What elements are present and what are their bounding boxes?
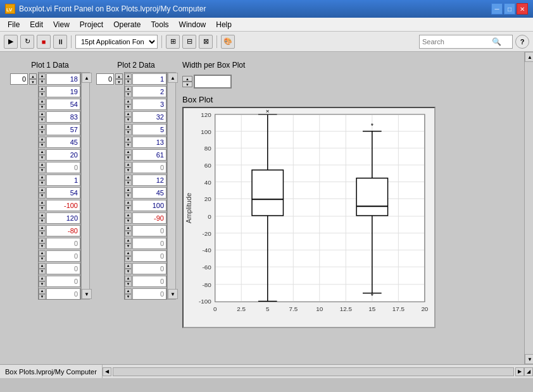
row-spin-up[interactable]: ▲ bbox=[39, 288, 46, 294]
row-spin-down[interactable]: ▼ bbox=[125, 155, 132, 161]
row-value[interactable]: 3 bbox=[132, 99, 166, 110]
menu-tools[interactable]: Tools bbox=[146, 19, 174, 30]
row-value[interactable]: 0 bbox=[46, 263, 80, 274]
row-spin-up[interactable]: ▲ bbox=[39, 200, 46, 205]
menu-window[interactable]: Window bbox=[174, 19, 211, 30]
row-spin-up[interactable]: ▲ bbox=[39, 263, 46, 269]
row-value[interactable]: 2 bbox=[132, 86, 166, 97]
row-value[interactable]: 83 bbox=[46, 111, 80, 123]
run-continuously-button[interactable]: ↻ bbox=[20, 35, 34, 49]
plot1-scroll-up[interactable]: ▲ bbox=[82, 73, 92, 83]
row-spin-down[interactable]: ▼ bbox=[125, 142, 132, 148]
main-scrollbar[interactable]: ▲ ▼ bbox=[524, 52, 533, 364]
help-button[interactable]: ? bbox=[515, 35, 529, 49]
row-value[interactable]: 0 bbox=[132, 276, 166, 287]
status-scroll-left[interactable]: ◀ bbox=[103, 367, 111, 376]
row-spin-down[interactable]: ▼ bbox=[125, 218, 132, 224]
row-spin-up[interactable]: ▲ bbox=[39, 187, 46, 193]
row-spin-down[interactable]: ▼ bbox=[39, 243, 46, 249]
menu-file[interactable]: File bbox=[3, 19, 25, 30]
row-value[interactable]: 1 bbox=[46, 175, 80, 186]
row-value[interactable]: 13 bbox=[132, 137, 166, 148]
plot2-spin-up[interactable]: ▲ bbox=[115, 73, 123, 79]
align-button[interactable]: ⊞ bbox=[166, 35, 180, 49]
row-spin-down[interactable]: ▼ bbox=[125, 168, 132, 173]
row-spin-up[interactable]: ▲ bbox=[39, 162, 46, 168]
width-spin-down[interactable]: ▼ bbox=[182, 82, 192, 87]
run-arrow-button[interactable]: ▶ bbox=[4, 35, 18, 49]
plot1-spin-down[interactable]: ▼ bbox=[29, 79, 37, 85]
row-spin-down[interactable]: ▼ bbox=[125, 243, 132, 249]
row-spin-down[interactable]: ▼ bbox=[39, 142, 46, 148]
row-spin-up[interactable]: ▲ bbox=[39, 276, 46, 281]
row-value[interactable]: 54 bbox=[46, 99, 80, 110]
row-spin-down[interactable]: ▼ bbox=[39, 269, 46, 274]
row-spin-up[interactable]: ▲ bbox=[125, 149, 132, 155]
plot2-scroll-up[interactable]: ▲ bbox=[168, 73, 178, 83]
row-spin-up[interactable]: ▲ bbox=[39, 86, 46, 92]
row-value[interactable]: -100 bbox=[46, 200, 80, 211]
row-value[interactable]: 19 bbox=[46, 86, 80, 97]
row-spin-down[interactable]: ▼ bbox=[39, 205, 46, 211]
width-spin-up[interactable]: ▲ bbox=[182, 76, 192, 82]
color-button[interactable]: 🎨 bbox=[221, 35, 235, 49]
row-spin-down[interactable]: ▼ bbox=[125, 281, 132, 287]
row-spin-up[interactable]: ▲ bbox=[39, 73, 46, 79]
row-spin-down[interactable]: ▼ bbox=[125, 130, 132, 135]
row-spin-up[interactable]: ▲ bbox=[125, 288, 132, 294]
row-spin-down[interactable]: ▼ bbox=[125, 193, 132, 199]
row-spin-down[interactable]: ▼ bbox=[125, 117, 132, 123]
resize-button[interactable]: ⊠ bbox=[199, 35, 213, 49]
main-scroll-up[interactable]: ▲ bbox=[525, 52, 533, 62]
row-spin-down[interactable]: ▼ bbox=[39, 294, 46, 300]
plot1-scrollbar[interactable]: ▲ ▼ bbox=[81, 72, 90, 300]
row-value[interactable]: 0 bbox=[132, 250, 166, 262]
row-spin-down[interactable]: ▼ bbox=[125, 294, 132, 300]
width-input[interactable]: 10.00 bbox=[194, 75, 232, 89]
pause-button[interactable]: ⏸ bbox=[53, 35, 67, 49]
row-spin-up[interactable]: ▲ bbox=[125, 124, 132, 130]
plot1-scroll-down[interactable]: ▼ bbox=[82, 289, 92, 299]
close-button[interactable]: ✕ bbox=[517, 3, 528, 15]
row-value[interactable]: 61 bbox=[132, 149, 166, 161]
status-scroll-bar[interactable] bbox=[113, 367, 514, 376]
row-value[interactable]: -90 bbox=[132, 212, 166, 224]
row-spin-down[interactable]: ▼ bbox=[125, 231, 132, 236]
row-spin-up[interactable]: ▲ bbox=[39, 225, 46, 231]
row-value[interactable]: 0 bbox=[46, 238, 80, 249]
plot1-spin-up[interactable]: ▲ bbox=[29, 73, 37, 79]
row-value[interactable]: 18 bbox=[46, 73, 80, 85]
row-spin-down[interactable]: ▼ bbox=[125, 256, 132, 262]
plot2-spin-down[interactable]: ▼ bbox=[115, 79, 123, 85]
row-spin-down[interactable]: ▼ bbox=[39, 193, 46, 199]
row-spin-down[interactable]: ▼ bbox=[39, 256, 46, 262]
plot2-index-box[interactable]: 0 bbox=[96, 73, 114, 85]
status-scroll-right[interactable]: ▶ bbox=[515, 367, 524, 376]
row-spin-down[interactable]: ▼ bbox=[39, 218, 46, 224]
row-value[interactable]: 0 bbox=[46, 250, 80, 262]
row-spin-down[interactable]: ▼ bbox=[125, 104, 132, 110]
row-spin-down[interactable]: ▼ bbox=[39, 104, 46, 110]
menu-project[interactable]: Project bbox=[75, 19, 108, 30]
row-value[interactable]: 0 bbox=[132, 162, 166, 173]
row-value[interactable]: 0 bbox=[132, 263, 166, 274]
row-spin-up[interactable]: ▲ bbox=[39, 212, 46, 218]
row-spin-down[interactable]: ▼ bbox=[39, 155, 46, 161]
row-spin-down[interactable]: ▼ bbox=[39, 92, 46, 97]
row-spin-up[interactable]: ▲ bbox=[39, 175, 46, 180]
menu-view[interactable]: View bbox=[48, 19, 75, 30]
row-spin-down[interactable]: ▼ bbox=[125, 79, 132, 85]
row-spin-down[interactable]: ▼ bbox=[39, 231, 46, 236]
row-spin-up[interactable]: ▲ bbox=[39, 111, 46, 117]
row-value[interactable]: 0 bbox=[132, 238, 166, 249]
row-value[interactable]: 0 bbox=[132, 288, 166, 300]
menu-help[interactable]: Help bbox=[211, 19, 237, 30]
abort-button[interactable]: ■ bbox=[37, 35, 51, 49]
row-spin-down[interactable]: ▼ bbox=[125, 205, 132, 211]
row-spin-up[interactable]: ▲ bbox=[125, 238, 132, 243]
row-value[interactable]: 20 bbox=[46, 149, 80, 161]
row-spin-up[interactable]: ▲ bbox=[39, 250, 46, 256]
row-value[interactable]: 0 bbox=[132, 225, 166, 236]
row-value[interactable]: 5 bbox=[132, 124, 166, 135]
row-value[interactable]: -80 bbox=[46, 225, 80, 236]
